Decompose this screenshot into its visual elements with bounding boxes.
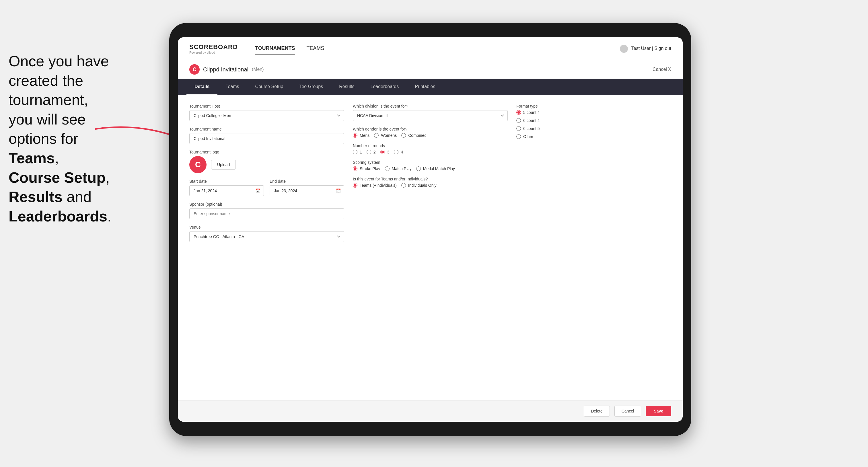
sponsor-label: Sponsor (optional) bbox=[189, 202, 344, 207]
format-6count5-label: 6 count 5 bbox=[523, 126, 540, 131]
end-date-group: End date 📅 bbox=[270, 179, 344, 196]
host-group: Tournament Host Clippd College - Men bbox=[189, 104, 344, 121]
scoring-medal-match-radio[interactable] bbox=[416, 166, 421, 171]
end-date-input[interactable] bbox=[270, 185, 344, 196]
format-options: 5 count 4 6 count 4 6 count 5 bbox=[516, 110, 671, 139]
rounds-2-radio[interactable] bbox=[367, 150, 371, 154]
division-group: Which division is the event for? NCAA Di… bbox=[353, 104, 508, 121]
end-date-wrapper: 📅 bbox=[270, 185, 344, 196]
breadcrumb-bar: C Clippd Invitational (Men) Cancel X bbox=[178, 60, 683, 79]
format-label: Format type bbox=[516, 104, 671, 108]
scoring-medal-match: Medal Match Play bbox=[416, 166, 455, 171]
format-6count4-radio[interactable] bbox=[516, 118, 521, 123]
content-grid: Tournament Host Clippd College - Men Tou… bbox=[189, 104, 671, 242]
venue-select[interactable]: Peachtree GC - Atlanta - GA bbox=[189, 231, 344, 242]
breadcrumb-icon: C bbox=[189, 64, 199, 74]
rounds-options: 1 2 3 4 bbox=[353, 150, 508, 154]
tab-leaderboards[interactable]: Leaderboards bbox=[363, 79, 407, 95]
format-other-row: Other bbox=[516, 134, 671, 139]
tab-bar: Details Teams Course Setup Tee Groups Re… bbox=[178, 79, 683, 95]
logo-upload-area: C Upload bbox=[189, 156, 344, 173]
format-other: Other bbox=[516, 134, 533, 139]
host-select[interactable]: Clippd College - Men bbox=[189, 110, 344, 121]
gender-mens-radio[interactable] bbox=[353, 133, 358, 138]
gender-mens-label: Mens bbox=[360, 133, 369, 138]
intro-period: . bbox=[107, 208, 111, 225]
main-content: Tournament Host Clippd College - Men Tou… bbox=[178, 95, 683, 400]
logo-area: SCOREBOARD Powered by clippd bbox=[189, 43, 238, 54]
name-input[interactable] bbox=[189, 133, 344, 144]
user-area[interactable]: Test User | Sign out bbox=[620, 45, 671, 53]
nav-teams[interactable]: TEAMS bbox=[307, 43, 324, 55]
rounds-1-label: 1 bbox=[360, 150, 362, 154]
intro-bold2: Course Setup bbox=[9, 169, 105, 186]
format-5count4: 5 count 4 bbox=[516, 110, 671, 115]
rounds-4-radio[interactable] bbox=[394, 150, 398, 154]
rounds-3-label: 3 bbox=[387, 150, 390, 154]
sponsor-group: Sponsor (optional) bbox=[189, 202, 344, 219]
tab-tee-groups[interactable]: Tee Groups bbox=[291, 79, 331, 95]
cancel-button[interactable]: Cancel bbox=[614, 406, 641, 416]
start-calendar-icon: 📅 bbox=[255, 188, 260, 193]
division-select[interactable]: NCAA Division III bbox=[353, 110, 508, 121]
scoring-label: Scoring system bbox=[353, 160, 508, 165]
close-button[interactable]: Cancel X bbox=[653, 67, 671, 72]
name-group: Tournament name bbox=[189, 127, 344, 144]
rounds-4: 4 bbox=[394, 150, 403, 154]
intro-bold4: Leaderboards bbox=[9, 208, 107, 225]
start-date-wrapper: 📅 bbox=[189, 185, 264, 196]
intro-bold3: Results bbox=[9, 188, 63, 205]
rounds-2-label: 2 bbox=[373, 150, 376, 154]
teams-individuals-label: Is this event for Teams and/or Individua… bbox=[353, 177, 508, 181]
format-group: Format type 5 count 4 6 count 4 bbox=[516, 104, 671, 139]
division-label: Which division is the event for? bbox=[353, 104, 508, 108]
dates-row: Start date 📅 End date 📅 bbox=[189, 179, 344, 196]
tab-teams[interactable]: Teams bbox=[217, 79, 247, 95]
gender-combined-radio[interactable] bbox=[401, 133, 406, 138]
gender-womens-label: Womens bbox=[381, 133, 397, 138]
delete-button[interactable]: Delete bbox=[584, 406, 610, 416]
logo-label: Tournament logo bbox=[189, 150, 344, 154]
save-button[interactable]: Save bbox=[646, 406, 671, 416]
rounds-3-radio[interactable] bbox=[380, 150, 385, 154]
rounds-group: Number of rounds 1 2 bbox=[353, 144, 508, 154]
logo-subtitle: Powered by clippd bbox=[189, 51, 238, 54]
upload-button[interactable]: Upload bbox=[211, 160, 236, 169]
teams-plus-radio[interactable] bbox=[353, 183, 358, 188]
teams-individuals-group: Is this event for Teams and/or Individua… bbox=[353, 177, 508, 188]
tab-course-setup[interactable]: Course Setup bbox=[247, 79, 291, 95]
gender-womens-radio[interactable] bbox=[374, 133, 379, 138]
scoring-stroke-radio[interactable] bbox=[353, 166, 358, 171]
end-date-label: End date bbox=[270, 179, 344, 184]
rounds-3: 3 bbox=[380, 150, 390, 154]
sponsor-input[interactable] bbox=[189, 208, 344, 219]
individuals-only: Individuals Only bbox=[401, 183, 437, 188]
user-avatar-icon bbox=[620, 45, 628, 53]
gender-combined: Combined bbox=[401, 133, 427, 138]
format-6count5-radio[interactable] bbox=[516, 126, 521, 131]
individuals-only-radio[interactable] bbox=[401, 183, 406, 188]
scoring-match-radio[interactable] bbox=[385, 166, 390, 171]
format-6count4: 6 count 4 bbox=[516, 118, 671, 123]
user-label[interactable]: Test User | Sign out bbox=[631, 46, 671, 51]
logo-preview: C bbox=[189, 156, 207, 173]
breadcrumb-subtitle: (Men) bbox=[252, 67, 264, 72]
format-5count4-radio[interactable] bbox=[516, 110, 521, 115]
nav-tournaments[interactable]: TOURNAMENTS bbox=[255, 43, 295, 55]
intro-bold1: Teams bbox=[9, 150, 55, 166]
name-label: Tournament name bbox=[189, 127, 344, 131]
format-other-radio[interactable] bbox=[516, 134, 521, 139]
venue-label: Venue bbox=[189, 225, 344, 229]
gender-options: Mens Womens Combined bbox=[353, 133, 508, 138]
gender-group: Which gender is the event for? Mens Wome… bbox=[353, 127, 508, 138]
tablet-screen: SCOREBOARD Powered by clippd TOURNAMENTS… bbox=[178, 37, 683, 422]
start-date-input[interactable] bbox=[189, 185, 264, 196]
gender-womens: Womens bbox=[374, 133, 397, 138]
rounds-1-radio[interactable] bbox=[353, 150, 358, 154]
tab-printables[interactable]: Printables bbox=[407, 79, 443, 95]
intro-and: and bbox=[63, 188, 92, 205]
tab-results[interactable]: Results bbox=[331, 79, 362, 95]
scoring-match-label: Match Play bbox=[392, 166, 412, 171]
breadcrumb-content: C Clippd Invitational (Men) bbox=[189, 64, 264, 74]
tab-details[interactable]: Details bbox=[186, 79, 217, 95]
